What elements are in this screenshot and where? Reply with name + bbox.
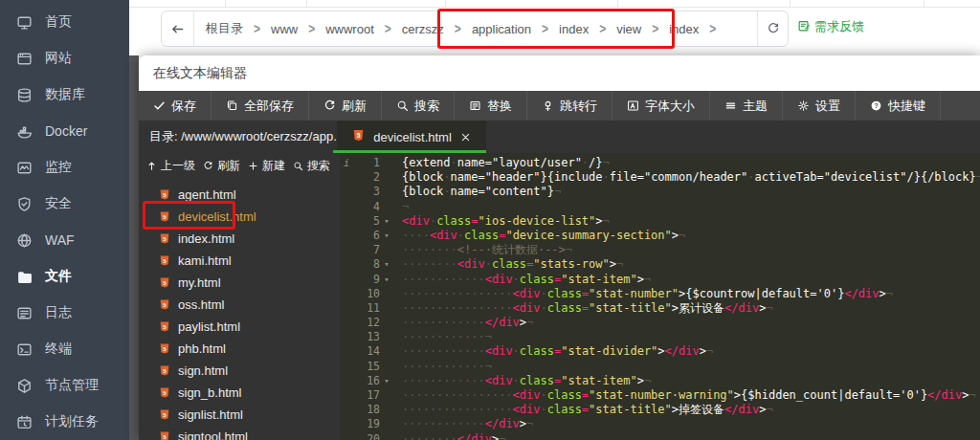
file-item[interactable]: 5signlist.html [139,404,340,426]
toolbar-button-保存[interactable]: 保存 [139,91,212,121]
code-line[interactable]: 9▾············<div·class="stat-item">¬ [340,273,980,287]
code-line[interactable]: 12············</div>¬ [340,316,980,330]
code-editor[interactable]: i1{extend·name="layout/user"·/}¬2{block·… [340,153,980,440]
toolbar-button-label: 跳转行 [560,98,597,115]
file-item[interactable]: 5paylist.html [139,316,340,338]
code-line[interactable]: 18················<div·class="stat-title… [340,403,980,417]
toolbar-button-label: 字体大小 [645,98,695,115]
fold-down-icon[interactable]: ▾ [380,374,393,388]
code-line[interactable]: 5▾<div·class="ios-device-list">¬ [340,214,980,229]
fold-spacer [380,388,393,403]
toolbar-button-刷新[interactable]: 刷新 [309,91,382,121]
code-line[interactable]: 3{block·name="content"}¬ [340,185,980,199]
file-item[interactable]: 5phb.html [139,338,340,360]
file-item[interactable]: 5devicelist.html [139,206,340,228]
code-line[interactable]: 19············</div>¬ [340,417,980,431]
code-line[interactable]: i1{extend·name="layout/user"·/}¬ [340,156,980,170]
feedback-icon [797,19,811,35]
code-line[interactable]: 14············<div·class="stat-divider">… [340,344,980,359]
file-action-搜索[interactable]: 搜索 [293,158,330,174]
toolbar-button-label: 替换 [487,98,512,115]
toolbar-button-设置[interactable]: 设置 [783,91,856,121]
line-number: 6 [353,229,380,243]
file-action-label: 搜索 [307,158,330,174]
file-action-上一级[interactable]: 上一级 [146,158,195,174]
file-item[interactable]: 5sign_b.html [139,382,340,404]
breadcrumb-item[interactable]: wwwroot [325,22,374,36]
close-icon[interactable] [460,132,471,143]
file-item[interactable]: 5sign.html [139,360,340,382]
node-icon [16,378,33,394]
feedback-link[interactable]: 需求反馈 [797,18,864,35]
code-line[interactable]: 10················<div·class="stat-numbe… [340,287,980,301]
sidebar-item-database[interactable]: 数据库 [0,77,129,113]
code-line[interactable]: 4¬ [340,200,980,214]
code-line[interactable]: 7········<!--·统计数据·-->¬ [340,243,980,257]
toolbar-button-快捷键[interactable]: ?快捷键 [856,91,941,121]
toolbar-button-搜索[interactable]: 搜索 [382,91,455,121]
tab-devicelist[interactable]: 5 devicelist.html [337,121,486,153]
sidebar-item-docker[interactable]: Docker [0,113,129,149]
breadcrumb-item[interactable]: index [559,22,589,36]
breadcrumb-item[interactable]: www [271,22,298,36]
sidebar-item-website[interactable]: 网站 [0,40,129,77]
reload-button[interactable] [757,11,788,46]
breadcrumb-item[interactable]: view [616,22,641,36]
fold-spacer [380,185,393,199]
toolbar-button-全部保存[interactable]: 全部保存 [212,91,309,121]
toolbar-button-跳转行[interactable]: 跳转行 [527,91,612,121]
gutter-spacer [340,200,353,214]
fold-down-icon[interactable]: ▾ [380,229,393,243]
fold-spacer [380,403,393,417]
code-line[interactable]: 8▾········<div·class="stats-row">¬ [340,257,980,272]
breadcrumb-item[interactable]: index [669,22,699,36]
fold-down-icon[interactable]: ▾ [380,273,393,287]
feedback-icon [797,19,811,33]
fold-down-icon[interactable]: ▾ [380,214,393,229]
breadcrumb-item[interactable]: cerzszz [402,22,444,36]
line-number: 9 [353,273,380,287]
file-item[interactable]: 5kami.html [139,250,340,272]
sidebar-item-cron[interactable]: 计划任务 [0,404,129,440]
file-action-刷新[interactable]: 刷新 [203,158,240,174]
file-item[interactable]: 5oss.html [139,294,340,316]
toolbar-button-替换[interactable]: 替换 [455,91,527,121]
code-line[interactable]: 20········</div>¬ [340,432,980,440]
sidebar-item-node[interactable]: 节点管理 [0,367,129,404]
code-line[interactable]: 15············¬ [340,360,980,374]
back-button[interactable] [162,11,194,46]
breadcrumb-item[interactable]: 根目录 [206,20,243,37]
file-item[interactable]: 5signtool.html [139,426,340,440]
editor-content: 上一级刷新新建搜索 5agent.html5devicelist.html5in… [139,153,980,440]
code-line[interactable]: 11················<div·class="stat-title… [340,301,980,316]
sidebar-item-files[interactable]: 文件 [0,258,129,295]
file-name: signtool.html [178,429,248,440]
file-item[interactable]: 5index.html [139,228,340,250]
sidebar-item-monitor[interactable]: 监控 [0,149,129,186]
toolbar-button-label: 主题 [743,98,768,115]
gutter-spacer [340,214,353,229]
sidebar-item-waf[interactable]: WAF [0,222,129,258]
sidebar-item-home[interactable]: 首页 [0,4,129,40]
fold-down-icon[interactable]: ▾ [380,257,393,272]
sidebar-item-security[interactable]: 安全 [0,186,129,222]
fold-spacer [380,156,393,170]
code-line[interactable]: 6▾····<div·class="device-summary-section… [340,229,980,243]
breadcrumb-item[interactable]: application [472,22,531,36]
code-line[interactable]: 13············¬ [340,330,980,344]
code-line[interactable]: 2{block·name="header"}{include·file="com… [340,170,980,185]
file-item[interactable]: 5agent.html [139,184,340,206]
line-number: 11 [353,301,380,316]
fold-spacer [380,170,393,185]
chevron-right-icon: > [455,21,461,37]
file-item[interactable]: 5my.html [139,272,340,294]
code-line[interactable]: 16▾············<div·class="stat-item">¬ [340,374,980,388]
toolbar-button-字体大小[interactable]: 字体大小 [612,91,710,121]
code-line[interactable]: 17················<div·class="stat-numbe… [340,388,980,403]
file-action-新建[interactable]: 新建 [248,158,285,174]
sidebar-item-logs[interactable]: 日志 [0,295,129,331]
file-name: agent.html [178,187,236,202]
toolbar-button-主题[interactable]: 主题 [710,91,783,121]
sidebar-item-label: 安全 [45,195,72,212]
sidebar-item-terminal[interactable]: 终端 [0,331,129,367]
